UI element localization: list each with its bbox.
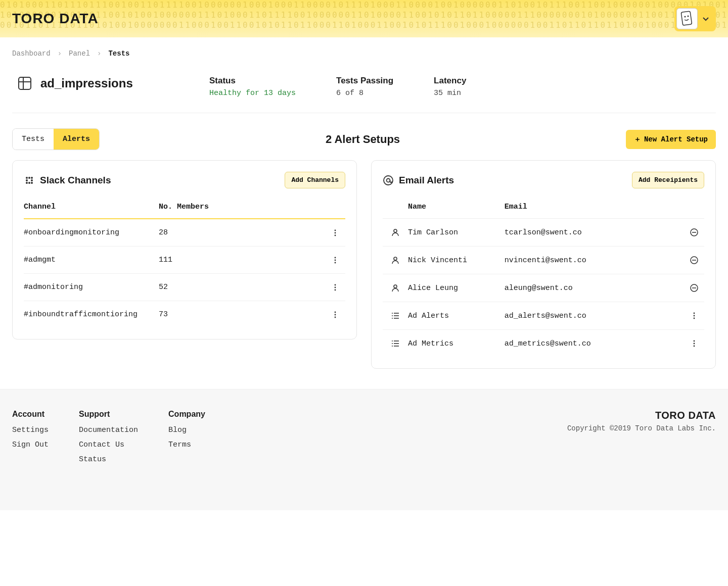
footer-link-settings[interactable]: Settings bbox=[12, 426, 49, 434]
svg-point-18 bbox=[335, 259, 336, 261]
remove-icon[interactable] bbox=[684, 256, 704, 265]
member-count: 111 bbox=[159, 256, 325, 264]
svg-point-53 bbox=[694, 343, 695, 345]
svg-point-14 bbox=[335, 229, 336, 231]
recipient-email: nvincenti@swent.co bbox=[505, 256, 684, 265]
svg-point-37 bbox=[392, 313, 393, 314]
footer-link-blog[interactable]: Blog bbox=[168, 426, 205, 434]
member-count: 73 bbox=[159, 310, 325, 319]
recipient-email: ad_metrics@swent.co bbox=[505, 339, 684, 348]
svg-point-23 bbox=[335, 311, 336, 313]
svg-rect-11 bbox=[28, 182, 30, 184]
recipient-email: aleung@swent.co bbox=[505, 284, 684, 292]
recipient-name: Ad Metrics bbox=[408, 339, 505, 348]
footer-company: Company Blog Terms bbox=[168, 410, 205, 470]
table-row: #inboundtrafficmontioring73 bbox=[24, 301, 345, 328]
tab-tests[interactable]: Tests bbox=[13, 129, 54, 150]
copyright: Copyright ©2019 Toro Data Labs Inc. bbox=[567, 424, 716, 432]
recipient-name: Ad Alerts bbox=[408, 312, 505, 320]
table-row: Tim Carlsontcarlson@swent.co bbox=[383, 219, 704, 247]
svg-point-34 bbox=[394, 285, 397, 288]
col-members: No. Members bbox=[159, 203, 325, 211]
svg-point-24 bbox=[335, 314, 336, 315]
passing-label: Tests Passing bbox=[336, 76, 393, 86]
breadcrumb-current: Tests bbox=[108, 50, 129, 58]
table-row: Alice Leungaleung@swent.co bbox=[383, 274, 704, 302]
member-count: 52 bbox=[159, 283, 325, 291]
footer-link-status[interactable]: Status bbox=[79, 455, 138, 464]
chevron-down-icon bbox=[702, 15, 710, 23]
chevron-right-icon: › bbox=[97, 50, 101, 58]
footer: Account Settings Sign Out Support Docume… bbox=[0, 389, 728, 510]
svg-point-43 bbox=[694, 313, 695, 314]
svg-point-27 bbox=[387, 178, 390, 182]
svg-rect-10 bbox=[28, 177, 30, 179]
person-icon bbox=[383, 283, 408, 292]
user-menu[interactable] bbox=[674, 6, 716, 31]
breadcrumb-dashboard[interactable]: Dashboard bbox=[12, 50, 51, 58]
breadcrumb-panel[interactable]: Panel bbox=[69, 50, 90, 58]
svg-point-31 bbox=[394, 257, 397, 260]
member-count: 28 bbox=[159, 228, 325, 237]
svg-point-44 bbox=[694, 315, 695, 317]
svg-point-9 bbox=[31, 182, 33, 184]
remove-icon[interactable] bbox=[684, 283, 704, 292]
more-icon[interactable] bbox=[684, 312, 704, 320]
recipient-name: Nick Vincenti bbox=[408, 256, 505, 265]
footer-link-contact[interactable]: Contact Us bbox=[79, 441, 138, 449]
channel-name: #admgmt bbox=[24, 256, 159, 264]
person-icon bbox=[383, 228, 408, 237]
col-channel: Channel bbox=[24, 203, 159, 211]
footer-link-terms[interactable]: Terms bbox=[168, 441, 205, 449]
svg-point-52 bbox=[694, 340, 695, 342]
svg-point-6 bbox=[26, 177, 28, 179]
binary-decoration: 0101000110111011100100110111100100000010… bbox=[0, 0, 728, 37]
table-row: Nick Vincentinvincenti@swent.co bbox=[383, 247, 704, 274]
svg-point-15 bbox=[335, 232, 336, 233]
more-icon[interactable] bbox=[325, 229, 345, 237]
more-icon[interactable] bbox=[325, 283, 345, 291]
footer-logo: TORO DATA bbox=[567, 410, 716, 421]
footer-account: Account Settings Sign Out bbox=[12, 410, 49, 470]
table-row: #admgmt111 bbox=[24, 247, 345, 274]
page-header: ad_impressions Status Healthy for 13 day… bbox=[12, 66, 716, 113]
svg-point-54 bbox=[694, 346, 695, 347]
footer-link-signout[interactable]: Sign Out bbox=[12, 441, 49, 449]
svg-point-28 bbox=[394, 229, 397, 232]
more-icon[interactable] bbox=[325, 311, 345, 319]
top-bar: 0101000110111011100100110111100100000010… bbox=[0, 0, 728, 37]
svg-point-47 bbox=[392, 343, 393, 344]
channel-name: #admonitoring bbox=[24, 283, 159, 291]
svg-point-8 bbox=[26, 182, 28, 184]
new-alert-setup-button[interactable]: ＋ New Alert Setup bbox=[626, 130, 716, 149]
person-icon bbox=[383, 256, 408, 265]
svg-point-45 bbox=[694, 318, 695, 319]
svg-point-26 bbox=[384, 176, 393, 185]
latency-value: 35 min bbox=[434, 89, 466, 97]
tab-alerts[interactable]: Alerts bbox=[54, 129, 99, 150]
svg-point-19 bbox=[335, 262, 336, 263]
footer-link-documentation[interactable]: Documentation bbox=[79, 426, 138, 434]
recipient-name: Tim Carlson bbox=[408, 228, 505, 237]
latency-label: Latency bbox=[434, 76, 466, 86]
tabs: Tests Alerts bbox=[12, 128, 100, 150]
list-icon bbox=[383, 339, 408, 348]
recipient-email: tcarlson@swent.co bbox=[505, 228, 684, 237]
add-recipients-button[interactable]: Add Receipients bbox=[632, 172, 704, 188]
slack-icon bbox=[24, 175, 35, 186]
svg-point-46 bbox=[392, 340, 393, 341]
channel-name: #onboardingmonitoring bbox=[24, 228, 159, 237]
plus-icon: ＋ bbox=[634, 135, 641, 144]
remove-icon[interactable] bbox=[684, 228, 704, 237]
brand-logo[interactable]: TORO DATA bbox=[12, 11, 99, 27]
more-icon[interactable] bbox=[684, 339, 704, 348]
svg-rect-12 bbox=[26, 179, 28, 181]
table-row: Ad Alertsad_alerts@swent.co bbox=[383, 302, 704, 330]
more-icon[interactable] bbox=[325, 256, 345, 264]
svg-point-25 bbox=[335, 316, 336, 318]
svg-rect-3 bbox=[19, 77, 31, 89]
list-icon bbox=[383, 311, 408, 320]
svg-point-38 bbox=[392, 315, 393, 316]
table-row: #onboardingmonitoring28 bbox=[24, 219, 345, 247]
add-channels-button[interactable]: Add Channels bbox=[285, 172, 345, 188]
